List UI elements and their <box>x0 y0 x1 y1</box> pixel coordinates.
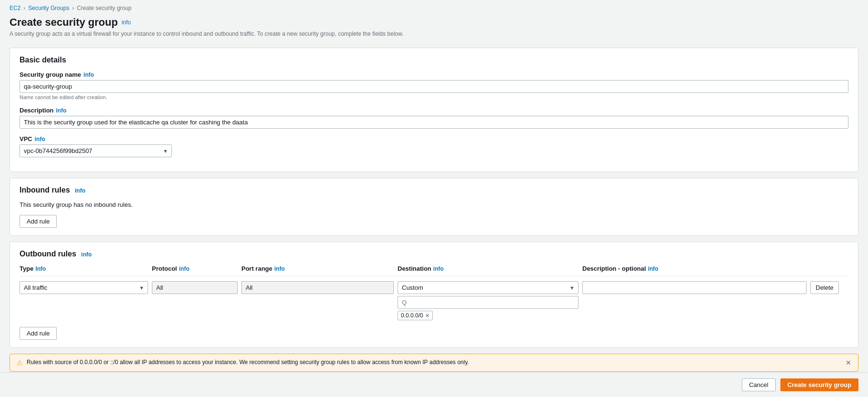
outbound-rules-title: Outbound rules info <box>20 250 848 258</box>
destination-tag-remove-icon[interactable]: ✕ <box>425 313 429 319</box>
destination-type-select[interactable]: Custom <box>398 281 579 294</box>
basic-details-section: Basic details Security group name info N… <box>10 48 858 172</box>
footer: Cancel Create security group <box>0 372 868 397</box>
dest-select-wrapper: Custom ▼ <box>398 281 579 294</box>
description-field-group: Description info <box>20 107 848 129</box>
col-header-destination: Destination info <box>398 265 579 272</box>
destination-info-link[interactable]: info <box>433 265 444 272</box>
vpc-select-wrapper: vpc-0b744256f99bd2507 ▼ <box>20 144 172 157</box>
vpc-label: VPC info <box>20 135 848 143</box>
protocol-info-link[interactable]: info <box>179 265 190 272</box>
breadcrumb: EC2 › Security Groups › Create security … <box>0 0 868 14</box>
breadcrumb-security-groups[interactable]: Security Groups <box>28 5 69 11</box>
create-security-group-button[interactable]: Create security group <box>780 378 858 391</box>
name-hint: Name cannot be edited after creation. <box>20 94 848 100</box>
breadcrumb-ec2[interactable]: EC2 <box>10 5 20 11</box>
col-header-type: Type Info <box>20 265 148 272</box>
warning-close-icon[interactable]: ✕ <box>846 359 851 366</box>
warning-banner: ⚠ Rules with source of 0.0.0.0/0 or ::/0… <box>10 354 858 372</box>
desc-label: Description info <box>20 107 848 114</box>
type-info-link[interactable]: Info <box>35 265 46 272</box>
name-field-group: Security group name info Name cannot be … <box>20 71 848 100</box>
description-input[interactable] <box>20 116 848 129</box>
col-header-protocol: Protocol info <box>152 265 238 272</box>
page-description: A security group acts as a virtual firew… <box>10 31 858 37</box>
breadcrumb-sep-2: › <box>72 5 74 11</box>
type-select[interactable]: All traffic <box>20 281 148 294</box>
description-optional-input[interactable] <box>582 281 807 294</box>
outbound-add-rule-button[interactable]: Add rule <box>20 327 57 340</box>
name-info-link[interactable]: info <box>83 71 94 78</box>
breadcrumb-current: Create security group <box>77 5 131 11</box>
port-range-cell: All <box>241 281 394 294</box>
name-label: Security group name info <box>20 71 848 78</box>
outbound-table-header: Type Info Protocol info Port range info … <box>20 265 848 276</box>
col-header-port-range: Port range info <box>241 265 394 272</box>
page-header: Create security group info A security gr… <box>0 14 868 42</box>
warning-icon: ⚠ <box>17 359 23 366</box>
port-range-info-link[interactable]: info <box>274 265 285 272</box>
port-range-input: All <box>241 281 394 294</box>
inbound-info-link[interactable]: info <box>75 187 85 194</box>
basic-details-title: Basic details <box>20 56 848 64</box>
col-header-description: Description - optional info <box>582 265 807 272</box>
inbound-empty-text: This security group has no inbound rules… <box>20 201 848 208</box>
outbound-info-link[interactable]: info <box>81 251 92 258</box>
inbound-rules-section: Inbound rules info This security group h… <box>10 178 858 236</box>
inbound-rules-title: Inbound rules info <box>20 186 848 194</box>
vpc-select[interactable]: vpc-0b744256f99bd2507 <box>20 144 172 157</box>
desc-info-link[interactable]: info <box>56 107 67 114</box>
vpc-field-group: VPC info vpc-0b744256f99bd2507 ▼ <box>20 135 848 157</box>
delete-cell: Delete <box>810 281 848 294</box>
warning-text: Rules with source of 0.0.0.0/0 or ::/0 a… <box>27 359 841 366</box>
page-info-link[interactable]: info <box>121 19 130 26</box>
cancel-button[interactable]: Cancel <box>742 378 775 391</box>
outbound-rules-section: Outbound rules info Type Info Protocol i… <box>10 242 858 348</box>
type-select-wrapper: All traffic ▼ <box>20 281 148 294</box>
delete-rule-button[interactable]: Delete <box>810 281 839 294</box>
inbound-add-rule-button[interactable]: Add rule <box>20 215 57 228</box>
destination-tag-value: 0.0.0.0/0 <box>401 312 423 319</box>
protocol-input: All <box>152 281 238 294</box>
vpc-info-link[interactable]: info <box>35 136 45 143</box>
outbound-rule-row: All traffic ▼ All All Custom ▼ <box>20 281 848 320</box>
destination-cell: Custom ▼ 0.0.0.0/0 ✕ <box>398 281 579 320</box>
destination-tag: 0.0.0.0/0 ✕ <box>398 311 433 320</box>
protocol-cell: All <box>152 281 238 294</box>
breadcrumb-sep-1: › <box>23 5 25 11</box>
security-group-name-input[interactable] <box>20 80 848 93</box>
page-title: Create security group <box>10 16 118 29</box>
description-opt-info-link[interactable]: info <box>648 265 658 272</box>
destination-search-input[interactable] <box>398 296 579 309</box>
description-optional-cell <box>582 281 807 294</box>
